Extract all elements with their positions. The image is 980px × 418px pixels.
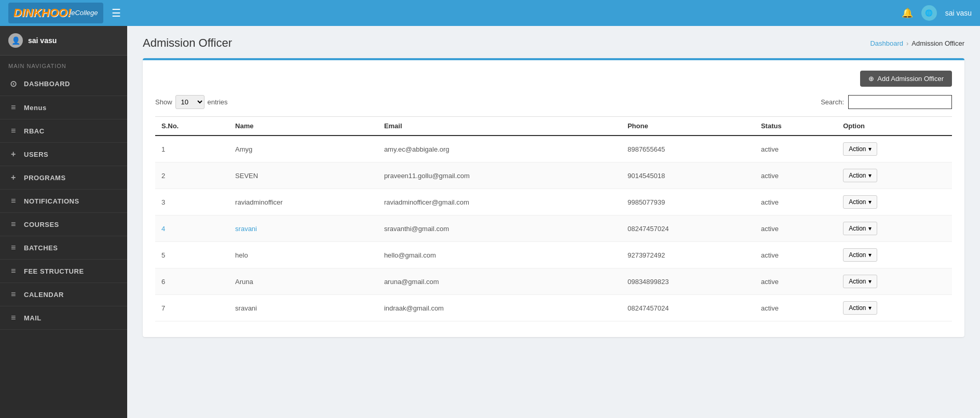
breadcrumb: Dashboard › Admission Officer <box>870 39 964 47</box>
table-row: 6 Aruna aruna@gmail.com 09834899823 acti… <box>155 268 952 295</box>
cell-name: sravani <box>229 215 378 242</box>
sidebar-label-dashboard: DASHBOARD <box>24 80 70 88</box>
sidebar-label-fee-structure: FEE STRUCTURE <box>24 267 84 275</box>
action-label: Action <box>849 198 866 206</box>
sidebar-item-calendar[interactable]: ≡ CALENDAR <box>0 283 127 306</box>
cell-email: aruna@gmail.com <box>378 268 621 295</box>
action-label: Action <box>849 278 866 285</box>
table-row: 4 sravani sravanthi@gmail.com 0824745702… <box>155 215 952 242</box>
action-label: Action <box>849 145 866 153</box>
logo-dinkhoo: DINKHOO! <box>13 7 71 19</box>
cell-option: Action ▾ <box>837 136 952 163</box>
col-header-email: Email <box>378 117 621 136</box>
sidebar-label-users: USERS <box>24 151 48 158</box>
search-input[interactable] <box>848 95 952 109</box>
main-layout: 👤 sai vasu MAIN NAVIGATION ⊙ DASHBOARD ≡… <box>0 26 980 418</box>
sidebar-label-programs: PROGRAMS <box>24 174 66 182</box>
action-button[interactable]: Action ▾ <box>843 195 877 209</box>
dropdown-icon: ▾ <box>868 278 872 285</box>
cell-sno: 6 <box>155 268 229 295</box>
user-avatar: 🌐 <box>921 5 937 21</box>
cell-phone: 09834899823 <box>621 268 755 295</box>
cell-name: helo <box>229 242 378 268</box>
col-header-option: Option <box>837 117 952 136</box>
cell-status: active <box>755 163 837 189</box>
sidebar-label-batches: BATCHES <box>24 244 58 252</box>
sidebar-item-users[interactable]: + USERS <box>0 143 127 166</box>
action-button[interactable]: Action ▾ <box>843 301 877 315</box>
action-label: Action <box>849 225 866 232</box>
show-entries: Show 10 25 50 100 entries <box>155 95 228 109</box>
add-button-label: Add Admission Officer <box>877 75 944 83</box>
entries-select[interactable]: 10 25 50 100 <box>175 95 205 109</box>
dropdown-icon: ▾ <box>868 304 872 312</box>
users-icon: + <box>8 150 19 159</box>
cell-option: Action ▾ <box>837 295 952 321</box>
cell-status: active <box>755 215 837 242</box>
sidebar-avatar: 👤 <box>8 33 23 48</box>
cell-sno: 1 <box>155 136 229 163</box>
cell-option: Action ▾ <box>837 215 952 242</box>
sidebar-username: sai vasu <box>28 36 57 45</box>
cell-phone: 08247457024 <box>621 215 755 242</box>
sidebar-item-programs[interactable]: + PROGRAMS <box>0 166 127 190</box>
sidebar-item-notifications[interactable]: ≡ NOTIFICATIONS <box>0 190 127 213</box>
bell-icon[interactable]: 🔔 <box>902 7 913 19</box>
action-button[interactable]: Action ▾ <box>843 222 877 235</box>
sidebar-item-fee-structure[interactable]: ≡ FEE STRUCTURE <box>0 260 127 283</box>
table-row: 5 helo hello@gmail.com 9273972492 active… <box>155 242 952 268</box>
action-button[interactable]: Action ▾ <box>843 169 877 182</box>
sidebar-item-dashboard[interactable]: ⊙ DASHBOARD <box>0 72 127 96</box>
col-header-phone: Phone <box>621 117 755 136</box>
cell-phone: 9985077939 <box>621 189 755 215</box>
logo-ecollege: eCollege <box>71 9 98 17</box>
sidebar-user: 👤 sai vasu <box>0 26 127 56</box>
entries-label: entries <box>208 98 228 106</box>
cell-sno: 3 <box>155 189 229 215</box>
cell-option: Action ▾ <box>837 268 952 295</box>
sidebar-label-mail: MAIL <box>24 314 42 322</box>
sidebar-label-courses: COURSES <box>24 221 59 228</box>
cell-phone: 9273972492 <box>621 242 755 268</box>
breadcrumb-separator: › <box>906 39 908 47</box>
main-card: ⊕ Add Admission Officer Show 10 25 50 10… <box>143 58 964 337</box>
sidebar-item-menus[interactable]: ≡ Menus <box>0 96 127 119</box>
action-button[interactable]: Action ▾ <box>843 248 877 262</box>
cell-name: Amyg <box>229 136 378 163</box>
breadcrumb-dashboard[interactable]: Dashboard <box>870 39 903 47</box>
cell-status: active <box>755 268 837 295</box>
cell-sno: 2 <box>155 163 229 189</box>
cell-email: hello@gmail.com <box>378 242 621 268</box>
cell-option: Action ▾ <box>837 163 952 189</box>
sidebar-item-rbac[interactable]: ≡ RBAC <box>0 119 127 143</box>
cell-status: active <box>755 136 837 163</box>
sidebar-label-rbac: RBAC <box>24 127 45 135</box>
add-icon: ⊕ <box>868 75 874 83</box>
action-label: Action <box>849 304 866 312</box>
notifications-icon: ≡ <box>8 196 19 206</box>
add-admission-officer-button[interactable]: ⊕ Add Admission Officer <box>860 71 952 87</box>
search-label: Search: <box>821 98 844 106</box>
sidebar-label-calendar: CALENDAR <box>24 291 64 299</box>
table-row: 3 raviadminofficer raviadminofficer@gmai… <box>155 189 952 215</box>
batches-icon: ≡ <box>8 243 19 252</box>
sidebar-label-notifications: NOTIFICATIONS <box>24 197 79 205</box>
navbar: DINKHOO! eCollege ☰ 🔔 🌐 sai vasu <box>0 0 980 26</box>
cell-email: indraak@gmail.com <box>378 295 621 321</box>
cell-name: sravani <box>229 295 378 321</box>
cell-sno: 7 <box>155 295 229 321</box>
sidebar-section-label: MAIN NAVIGATION <box>0 56 127 72</box>
page-header: Admission Officer Dashboard › Admission … <box>143 36 964 50</box>
sidebar-item-mail[interactable]: ≡ MAIL <box>0 306 127 330</box>
sidebar-item-courses[interactable]: ≡ COURSES <box>0 213 127 236</box>
action-label: Action <box>849 251 866 259</box>
cell-name: raviadminofficer <box>229 189 378 215</box>
action-button[interactable]: Action ▾ <box>843 275 877 288</box>
fee-structure-icon: ≡ <box>8 266 19 276</box>
sidebar-item-batches[interactable]: ≡ BATCHES <box>0 236 127 260</box>
table-controls: Show 10 25 50 100 entries Search: <box>155 95 952 109</box>
programs-icon: + <box>8 173 19 182</box>
logo: DINKHOO! eCollege <box>8 3 103 23</box>
hamburger-button[interactable]: ☰ <box>112 7 121 19</box>
action-button[interactable]: Action ▾ <box>843 142 877 156</box>
